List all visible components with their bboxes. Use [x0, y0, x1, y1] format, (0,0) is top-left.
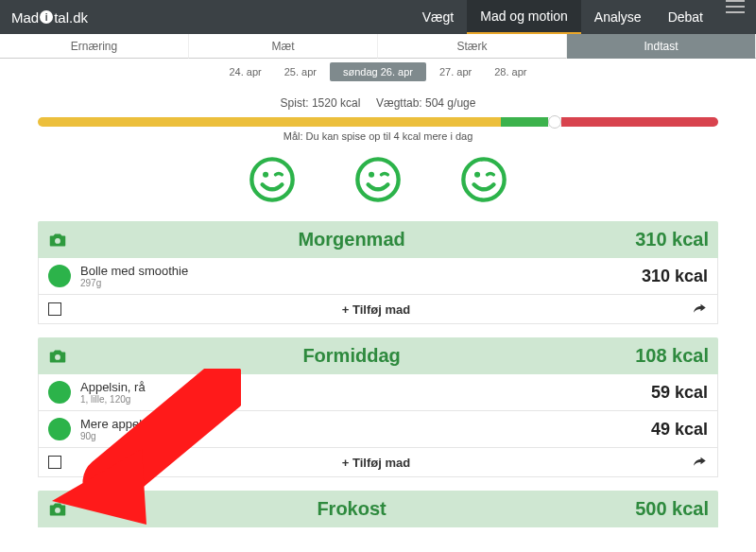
add-food-button[interactable]: + Tilføj mad — [61, 302, 691, 317]
share-icon[interactable] — [691, 454, 708, 471]
goal-text: Mål: Du kan spise op til 4 kcal mere i d… — [0, 130, 756, 142]
plus-icon: + — [342, 456, 350, 470]
food-color-dot — [48, 418, 71, 440]
food-kcal: 59 kcal — [651, 383, 708, 403]
food-info: Mere appelsin, rå 90g — [80, 417, 651, 441]
svg-point-8 — [55, 507, 60, 512]
add-food-button[interactable]: + Tilføj mad — [61, 456, 691, 470]
camera-icon[interactable] — [47, 499, 68, 520]
meal-kcal: 310 kcal — [635, 229, 709, 250]
subtab-strong[interactable]: Stærk — [378, 34, 567, 59]
nav-food-exercise[interactable]: Mad og motion — [467, 0, 581, 34]
meals-container: Morgenmad 310 kcal Bolle med smoothie 29… — [38, 221, 718, 527]
food-color-dot — [48, 265, 71, 287]
meal-header-breakfast: Morgenmad 310 kcal — [38, 221, 718, 258]
date-4[interactable]: 28. apr — [485, 62, 536, 81]
smileys-row — [0, 155, 756, 204]
plus-icon: + — [342, 302, 350, 317]
svg-point-2 — [357, 159, 398, 199]
meal-header-midmorning: Formiddag 108 kcal — [38, 337, 718, 374]
subtab-full[interactable]: Mæt — [189, 34, 378, 59]
meal-title: Morgenmad — [68, 229, 635, 250]
brand-suffix: tal.dk — [54, 9, 88, 26]
smiley-icon — [459, 155, 508, 204]
stats-text: Spist: 1520 kcal Vægttab: 504 g/uge — [0, 96, 756, 110]
date-3[interactable]: 27. apr — [430, 62, 481, 81]
meal-title: Formiddag — [68, 345, 635, 367]
food-row[interactable]: Mere appelsin, rå 90g 49 kcal — [38, 411, 718, 448]
subtab-input[interactable]: Indtast — [567, 34, 756, 59]
calorie-progress — [38, 117, 718, 127]
brand-logo[interactable]: Mad i tal.dk — [11, 9, 409, 26]
camera-icon[interactable] — [47, 230, 68, 250]
food-info: Appelsin, rå 1, lille, 120g — [80, 380, 651, 405]
add-food-label: Tilføj mad — [352, 456, 410, 470]
food-kcal: 310 kcal — [642, 267, 708, 286]
share-icon[interactable] — [691, 301, 708, 318]
smiley-icon — [248, 155, 297, 204]
select-checkbox[interactable] — [48, 302, 61, 316]
brand-o-icon: i — [40, 10, 53, 24]
meal-kcal: 108 kcal — [635, 345, 709, 367]
nav-analysis[interactable]: Analyse — [581, 0, 655, 34]
date-1[interactable]: 25. apr — [275, 62, 326, 81]
meal-kcal: 500 kcal — [635, 498, 709, 520]
food-amount: 90g — [80, 431, 651, 441]
food-name: Mere appelsin, rå — [80, 417, 651, 431]
brand-prefix: Mad — [11, 9, 39, 26]
subtab-nutrition[interactable]: Ernæring — [0, 34, 189, 59]
svg-point-7 — [55, 354, 60, 359]
date-0[interactable]: 24. apr — [220, 62, 271, 81]
loss-label: Vægttab: 504 g/uge — [376, 96, 475, 110]
add-food-label: Tilføj mad — [352, 302, 410, 317]
meal-action-row: + Tilføj mad — [38, 295, 718, 324]
food-name: Bolle med smoothie — [80, 264, 642, 278]
meal-action-row: + Tilføj mad — [38, 448, 718, 477]
svg-point-6 — [55, 237, 60, 243]
progress-red — [561, 117, 718, 127]
food-row[interactable]: Bolle med smoothie 297g 310 kcal — [38, 258, 718, 295]
top-navbar: Mad i tal.dk Vægt Mad og motion Analyse … — [0, 0, 756, 34]
svg-point-1 — [263, 172, 268, 178]
date-bar: 24. apr 25. apr søndag 26. apr 27. apr 2… — [0, 59, 756, 87]
meal-title: Frokost — [68, 498, 635, 520]
date-2[interactable]: søndag 26. apr — [330, 62, 426, 81]
food-color-dot — [48, 381, 71, 404]
food-row[interactable]: Appelsin, rå 1, lille, 120g 59 kcal — [38, 374, 718, 411]
menu-icon[interactable] — [726, 0, 745, 13]
nav-items: Vægt Mad og motion Analyse Debat — [409, 0, 745, 34]
food-amount: 297g — [80, 278, 642, 288]
svg-point-0 — [251, 159, 292, 199]
progress-knob[interactable] — [548, 115, 561, 129]
meal-header-lunch: Frokost 500 kcal — [38, 491, 718, 527]
food-kcal: 49 kcal — [651, 420, 708, 440]
food-amount: 1, lille, 120g — [80, 394, 651, 405]
svg-point-5 — [474, 172, 480, 178]
select-checkbox[interactable] — [48, 456, 61, 469]
progress-green — [501, 117, 548, 127]
nav-debate[interactable]: Debat — [655, 0, 716, 34]
smiley-icon — [353, 155, 403, 204]
food-name: Appelsin, rå — [80, 380, 651, 394]
svg-point-4 — [463, 159, 504, 199]
progress-yellow — [38, 117, 501, 127]
food-info: Bolle med smoothie 297g — [80, 264, 642, 288]
subtabs: Ernæring Mæt Stærk Indtast — [0, 34, 756, 59]
svg-point-3 — [369, 172, 374, 178]
nav-weight[interactable]: Vægt — [409, 0, 467, 34]
eaten-label: Spist: 1520 kcal — [281, 96, 361, 110]
camera-icon[interactable] — [47, 346, 68, 367]
